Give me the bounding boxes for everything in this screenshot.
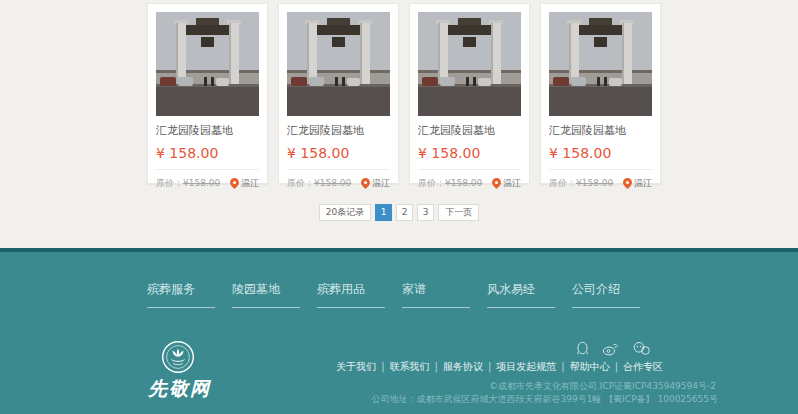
location-label: 温江 xyxy=(503,177,521,190)
product-card[interactable]: 汇龙园陵园墓地 ¥ 158.00 原价：¥158.00 温江 xyxy=(278,3,399,184)
cemetery-gate-photo xyxy=(549,12,652,116)
original-price: 原价：¥158.00 xyxy=(549,177,613,190)
footer-links: 关于我们|联系我们|服务协议|项目发起规范|帮助中心|合作专区 xyxy=(336,360,663,374)
page: 汇龙园陵园墓地 ¥ 158.00 原价：¥158.00 温江 xyxy=(0,0,798,414)
page-button-3[interactable]: 3 xyxy=(417,204,434,221)
footer-link-project-rules[interactable]: 项目发起规范 xyxy=(496,361,556,372)
pagination: 20条记录 1 2 3 下一页 xyxy=(0,204,798,221)
footer-nav-cemetery[interactable]: 陵园墓地 xyxy=(232,281,300,308)
separator: | xyxy=(615,361,618,372)
product-card-grid: 汇龙园陵园墓地 ¥ 158.00 原价：¥158.00 温江 xyxy=(147,3,661,184)
footer-nav-genealogy[interactable]: 家谱 xyxy=(402,281,470,308)
footer-nav-company-intro[interactable]: 公司介绍 xyxy=(572,281,640,308)
location-label: 温江 xyxy=(241,177,259,190)
site-logo[interactable]: 先敬网 xyxy=(148,340,208,402)
footer-nav-fengshui[interactable]: 风水易经 xyxy=(487,281,555,308)
footer-link-help-center[interactable]: 帮助中心 xyxy=(570,361,610,372)
location-pin-icon xyxy=(623,178,632,189)
divider xyxy=(549,169,652,170)
divider xyxy=(156,169,259,170)
footer-link-contact[interactable]: 联系我们 xyxy=(390,361,430,372)
cemetery-gate-photo xyxy=(418,12,521,116)
copyright-line-1: ©成都市先孝文化有限公司.ICP证蜀ICP435949594号-2 xyxy=(489,380,716,393)
separator: | xyxy=(381,361,384,372)
next-page-button[interactable]: 下一页 xyxy=(438,204,479,221)
separator: | xyxy=(561,361,564,372)
page-button-1[interactable]: 1 xyxy=(375,204,392,221)
product-card[interactable]: 汇龙园陵园墓地 ¥ 158.00 原价：¥158.00 温江 xyxy=(540,3,661,184)
site-name: 先敬网 xyxy=(148,376,208,402)
wechat-icon[interactable] xyxy=(632,341,651,356)
product-price: ¥ 158.00 xyxy=(418,145,521,161)
divider xyxy=(418,169,521,170)
product-title[interactable]: 汇龙园陵园墓地 xyxy=(287,123,390,138)
divider xyxy=(287,169,390,170)
lotus-emblem-icon xyxy=(161,340,195,374)
separator: | xyxy=(488,361,491,372)
product-price: ¥ 158.00 xyxy=(156,145,259,161)
location-pin-icon xyxy=(492,178,501,189)
copyright-line-2: 公司地址：成都市武侯区府城大道西段天府新谷399号1幢 【蜀ICP备】 1000… xyxy=(371,393,718,406)
footer-link-about[interactable]: 关于我们 xyxy=(336,361,376,372)
location-label: 温江 xyxy=(634,177,652,190)
product-price: ¥ 158.00 xyxy=(549,145,652,161)
location-pin-icon xyxy=(230,178,239,189)
footer-link-partner-zone[interactable]: 合作专区 xyxy=(623,361,663,372)
footer-link-service-agreement[interactable]: 服务协议 xyxy=(443,361,483,372)
product-title[interactable]: 汇龙园陵园墓地 xyxy=(418,123,521,138)
cemetery-gate-photo xyxy=(287,12,390,116)
product-card[interactable]: 汇龙园陵园墓地 ¥ 158.00 原价：¥158.00 温江 xyxy=(409,3,530,184)
cemetery-gate-photo xyxy=(156,12,259,116)
original-price: 原价：¥158.00 xyxy=(287,177,351,190)
product-title[interactable]: 汇龙园陵园墓地 xyxy=(156,123,259,138)
footer-nav: 殡葬服务 陵园墓地 殡葬用品 家谱 风水易经 公司介绍 xyxy=(147,278,657,308)
product-price: ¥ 158.00 xyxy=(287,145,390,161)
records-count-badge: 20条记录 xyxy=(319,204,371,221)
original-price: 原价：¥158.00 xyxy=(156,177,220,190)
location-label: 温江 xyxy=(372,177,390,190)
weibo-icon[interactable] xyxy=(602,341,619,356)
qq-icon[interactable] xyxy=(576,340,589,356)
location-pin-icon xyxy=(361,178,370,189)
product-title[interactable]: 汇龙园陵园墓地 xyxy=(549,123,652,138)
footer-nav-funeral-services[interactable]: 殡葬服务 xyxy=(147,281,215,308)
separator: | xyxy=(435,361,438,372)
product-card[interactable]: 汇龙园陵园墓地 ¥ 158.00 原价：¥158.00 温江 xyxy=(147,3,268,184)
social-icons xyxy=(576,340,651,356)
page-button-2[interactable]: 2 xyxy=(396,204,413,221)
original-price: 原价：¥158.00 xyxy=(418,177,482,190)
footer-nav-funeral-supplies[interactable]: 殡葬用品 xyxy=(317,281,385,308)
footer: 殡葬服务 陵园墓地 殡葬用品 家谱 风水易经 公司介绍 先敬网 xyxy=(0,248,798,414)
